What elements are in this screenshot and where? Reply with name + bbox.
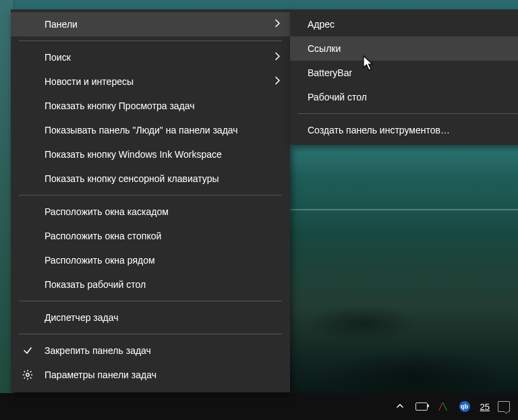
- menu-item-taskmgr[interactable]: Диспетчер задач: [11, 305, 290, 330]
- menu-item-label: BatteryBar: [308, 67, 352, 78]
- menu-item-label: Показать кнопку сенсорной клавиатуры: [45, 173, 219, 184]
- menu-item-label: Показать кнопку Windows Ink Workspace: [45, 149, 222, 160]
- battery-icon: [415, 402, 428, 411]
- menu-item-label: Параметры панели задач: [45, 369, 156, 380]
- svg-point-0: [26, 373, 29, 376]
- menu-item-sidebyside[interactable]: Расположить окна рядом: [11, 248, 290, 272]
- menu-item-search[interactable]: Поиск: [11, 45, 290, 69]
- svg-line-8: [30, 371, 32, 373]
- menu-separator: [19, 301, 282, 301]
- menu-item-ink[interactable]: Показать кнопку Windows Ink Workspace: [11, 142, 290, 167]
- menu-item-news[interactable]: Новости и интересы: [11, 69, 290, 94]
- chevron-up-icon: [396, 402, 404, 412]
- menu-item-label: Расположить окна каскадом: [45, 206, 169, 217]
- menu-item-label: Создать панель инструментов…: [308, 125, 450, 136]
- taskbar[interactable]: qb 25: [0, 393, 518, 420]
- flag-icon: [438, 401, 449, 412]
- toolbars-submenu[interactable]: АдресСсылкиBatteryBarРабочий столСоздать…: [290, 9, 518, 145]
- menu-item-label: Адрес: [308, 19, 335, 30]
- submenu-arrow-icon: [274, 76, 281, 88]
- menu-separator: [19, 334, 282, 334]
- svg-line-5: [24, 371, 26, 373]
- qbittorrent-tray-icon[interactable]: qb: [457, 396, 472, 417]
- menu-item-touchkb[interactable]: Показать кнопку сенсорной клавиатуры: [11, 167, 290, 191]
- system-tray[interactable]: qb 25: [393, 393, 518, 420]
- battery-percent[interactable]: 25: [479, 396, 490, 417]
- menu-item-label: Рабочий стол: [308, 92, 367, 102]
- menu-item-taskview[interactable]: Показать кнопку Просмотра задач: [11, 94, 290, 118]
- action-center-button[interactable]: [496, 396, 511, 417]
- taskbar-context-menu[interactable]: ПанелиПоискНовости и интересыПоказать кн…: [11, 9, 290, 392]
- menu-item-label: Расположить окна рядом: [45, 255, 155, 266]
- submenu-arrow-icon: [274, 19, 281, 30]
- menu-item-label: Диспетчер задач: [45, 312, 119, 323]
- menu-item-label: Расположить окна стопкой: [45, 231, 161, 241]
- menu-item-cascade[interactable]: Расположить окна каскадом: [11, 200, 290, 224]
- menu-separator: [19, 40, 282, 41]
- check-icon: [22, 344, 34, 357]
- menu-item-desktop[interactable]: Рабочий стол: [290, 85, 518, 109]
- notification-icon: [498, 401, 510, 412]
- menu-item-label: Показать рабочий стол: [45, 279, 146, 290]
- menu-item-label: Закрепить панель задач: [45, 345, 151, 356]
- menu-separator: [19, 195, 282, 196]
- svg-line-6: [30, 378, 32, 379]
- menu-item-showdesktop[interactable]: Показать рабочий стол: [11, 272, 290, 297]
- submenu-arrow-icon: [274, 52, 281, 63]
- battery-percent-value: 25: [480, 402, 490, 412]
- menu-separator: [298, 113, 518, 114]
- tray-overflow-button[interactable]: [393, 396, 407, 417]
- menu-item-label: Ссылки: [308, 43, 341, 54]
- battery-tray-icon[interactable]: [414, 396, 429, 417]
- menu-item-stack[interactable]: Расположить окна стопкой: [11, 224, 290, 248]
- menu-item-panels[interactable]: Панели: [11, 12, 290, 36]
- menu-item-batterybar[interactable]: BatteryBar: [290, 61, 518, 85]
- security-tray-icon[interactable]: [436, 396, 451, 417]
- menu-item-label: Показать кнопку Просмотра задач: [45, 100, 195, 111]
- menu-item-newtoolbar[interactable]: Создать панель инструментов…: [290, 118, 518, 142]
- menu-item-links[interactable]: Ссылки: [290, 36, 518, 61]
- menu-item-label: Новости и интересы: [45, 76, 134, 87]
- svg-line-7: [24, 378, 26, 379]
- menu-item-label: Поиск: [45, 52, 71, 63]
- menu-item-people[interactable]: Показывать панель "Люди" на панели задач: [11, 118, 290, 142]
- menu-item-lock[interactable]: Закрепить панель задач: [11, 338, 290, 363]
- gear-icon: [22, 369, 34, 381]
- menu-item-settings[interactable]: Параметры панели задач: [11, 363, 290, 387]
- menu-item-address[interactable]: Адрес: [290, 12, 518, 36]
- menu-item-label: Панели: [45, 19, 78, 30]
- menu-item-label: Показывать панель "Люди" на панели задач: [45, 125, 238, 136]
- qb-icon: qb: [459, 401, 470, 412]
